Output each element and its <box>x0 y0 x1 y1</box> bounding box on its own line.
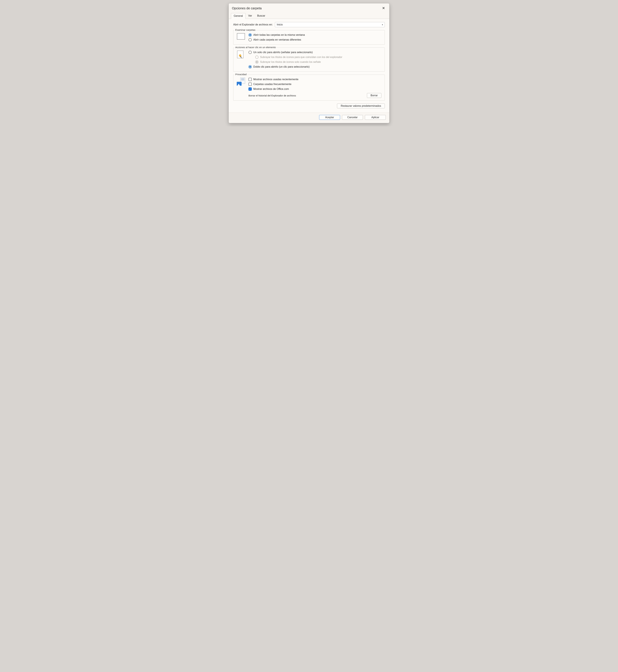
group-browse-folders: Examinar carpetas Abrir todas las carpet… <box>233 30 385 44</box>
ok-button[interactable]: Aceptar <box>319 115 340 120</box>
chevron-down-icon: ▾ <box>382 23 383 26</box>
group-browse-title: Examinar carpetas <box>235 28 256 31</box>
restore-defaults-button[interactable]: Restaurar valores predeterminados <box>337 103 385 108</box>
radio-double-click[interactable]: Doble clic para abrirlo (un clic para se… <box>248 65 382 69</box>
group-privacy-title: Privacidad <box>235 73 247 76</box>
radio-icon <box>248 33 252 36</box>
group-privacy: Privacidad Mostrar archivos usadas recie… <box>233 75 385 101</box>
radio-icon <box>248 65 252 69</box>
browse-folders-icon <box>236 32 246 42</box>
click-actions-icon: ↖ <box>236 50 246 69</box>
open-explorer-combo[interactable]: Inicio ▾ <box>275 22 385 27</box>
tab-general[interactable]: General <box>231 13 245 19</box>
titlebar: Opciones de carpeta ✕ <box>229 3 389 13</box>
radio-separate-windows[interactable]: Abrir cada carpeta en ventanas diferente… <box>248 37 382 42</box>
group-click-actions: Acciones al hacer clic en un elemento ↖ … <box>233 47 385 72</box>
radio-single-click-label: Un solo clic para abrirlo (señalar para … <box>253 51 313 54</box>
radio-same-window-label: Abrir todas las carpetas en la misma ven… <box>253 33 305 36</box>
clear-history-button[interactable]: Borrar <box>367 93 382 98</box>
radio-underline-browser-label: Subrayar los títulos de iconos para que … <box>260 56 342 59</box>
checkbox-icon <box>248 83 252 86</box>
checkbox-frequent-folders[interactable]: Carpetas usadas frecuentemente <box>248 82 382 87</box>
clear-history-label: Borrar el historial del Explorador de ar… <box>248 94 296 97</box>
dialog-title: Opciones de carpeta <box>232 6 262 10</box>
radio-icon <box>248 51 252 54</box>
checkbox-recent-files[interactable]: Mostrar archivos usadas recientemente <box>248 77 382 82</box>
checkbox-office-files[interactable]: Mostrar archivos de Office.com <box>248 87 382 91</box>
radio-icon <box>248 38 252 41</box>
radio-underline-hover-label: Subrayar los títulos de iconos solo cuan… <box>260 61 321 64</box>
open-explorer-row: Abrir el Explorador de archivos en: Inic… <box>233 22 385 27</box>
group-click-title: Acciones al hacer clic en un elemento <box>235 46 277 49</box>
folder-options-dialog: Opciones de carpeta ✕ General Ver Buscar… <box>228 3 390 123</box>
apply-button[interactable]: Aplicar <box>365 115 386 120</box>
radio-icon <box>255 60 259 64</box>
open-explorer-selected: Inicio <box>277 23 283 26</box>
checkbox-recent-files-label: Mostrar archivos usadas recientemente <box>253 78 298 81</box>
cancel-button[interactable]: Cancelar <box>342 115 363 120</box>
radio-underline-browser: Subrayar los títulos de iconos para que … <box>248 55 382 60</box>
tab-row: General Ver Buscar <box>229 13 389 19</box>
tab-search[interactable]: Buscar <box>254 13 268 19</box>
radio-underline-hover: Subrayar los títulos de iconos solo cuan… <box>248 60 382 65</box>
open-explorer-label: Abrir el Explorador de archivos en: <box>233 23 273 26</box>
checkbox-office-files-label: Mostrar archivos de Office.com <box>253 88 289 90</box>
dialog-footer: Aceptar Cancelar Aplicar <box>229 112 389 123</box>
checkbox-icon <box>248 87 252 91</box>
checkbox-frequent-folders-label: Carpetas usadas frecuentemente <box>253 83 292 86</box>
radio-same-window[interactable]: Abrir todas las carpetas en la misma ven… <box>248 32 382 37</box>
tab-view[interactable]: Ver <box>245 13 254 19</box>
privacy-icon <box>236 77 246 91</box>
radio-double-click-label: Doble clic para abrirlo (un clic para se… <box>253 65 309 68</box>
radio-separate-windows-label: Abrir cada carpeta en ventanas diferente… <box>253 38 301 41</box>
checkbox-icon <box>248 78 252 81</box>
radio-single-click[interactable]: Un solo clic para abrirlo (señalar para … <box>248 50 382 55</box>
close-icon[interactable]: ✕ <box>381 6 386 11</box>
radio-icon <box>255 56 259 59</box>
